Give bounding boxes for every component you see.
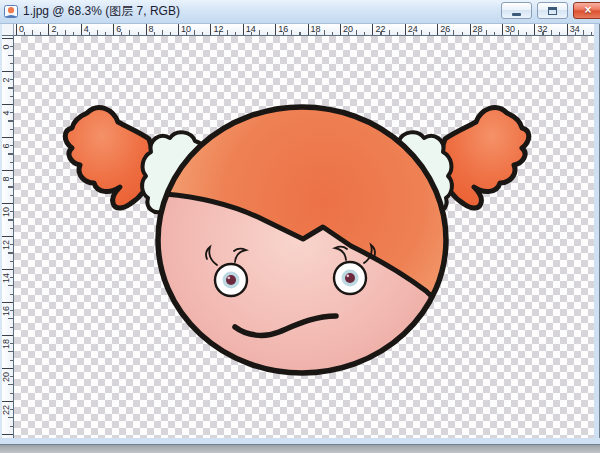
ruler-tick-label: 8 bbox=[149, 24, 154, 34]
ruler-tick-label: 2 bbox=[51, 24, 56, 34]
minimize-button[interactable] bbox=[501, 2, 532, 19]
vertical-ruler-tick: 24 bbox=[2, 434, 14, 435]
vertical-ruler-tick: 20 bbox=[2, 368, 14, 369]
titlebar[interactable]: 1.jpg @ 68.3% (图层 7, RGB) × bbox=[0, 0, 600, 24]
horizontal-ruler-tick: 32 bbox=[534, 24, 547, 36]
ruler-tick-label: 12 bbox=[213, 24, 223, 34]
horizontal-ruler-tick: 12 bbox=[210, 24, 223, 36]
horizontal-ruler-tick: 26 bbox=[437, 24, 450, 36]
horizontal-ruler-tick: 6 bbox=[113, 24, 121, 36]
ruler-tick-label: 10 bbox=[2, 204, 11, 220]
vertical-ruler-tick: 16 bbox=[2, 302, 14, 303]
vertical-ruler-tick: 14 bbox=[2, 269, 14, 270]
ruler-tick-label: 10 bbox=[181, 24, 191, 34]
vertical-ruler-tick: 18 bbox=[2, 335, 14, 336]
vertical-ruler-tick: 0 bbox=[2, 38, 14, 39]
horizontal-ruler[interactable]: 0 2 4 6 8 10 12 14 16 18 20 22 bbox=[14, 24, 594, 36]
close-icon: × bbox=[584, 3, 591, 18]
vertical-ruler-tick: 8 bbox=[2, 170, 14, 171]
ruler-tick-label: 22 bbox=[2, 402, 11, 418]
horizontal-ruler-tick: 20 bbox=[340, 24, 353, 36]
ruler-tick-label: 4 bbox=[84, 24, 89, 34]
ruler-tick-label: 30 bbox=[505, 24, 515, 34]
ruler-tick-label: 20 bbox=[343, 24, 353, 34]
minimize-icon bbox=[512, 13, 521, 16]
horizontal-ruler-tick: 18 bbox=[308, 24, 321, 36]
photoshop-document-window: 1.jpg @ 68.3% (图层 7, RGB) × 0 2 4 6 bbox=[0, 0, 600, 453]
ruler-tick-label: 18 bbox=[311, 24, 321, 34]
vertical-ruler-tick: 2 bbox=[2, 71, 14, 72]
horizontal-ruler-tick: 8 bbox=[146, 24, 154, 36]
ruler-tick-label: 14 bbox=[246, 24, 256, 34]
ruler-tick-label: 20 bbox=[2, 369, 11, 385]
close-button[interactable]: × bbox=[573, 2, 600, 19]
horizontal-ruler-tick: 24 bbox=[405, 24, 418, 36]
window-border-left bbox=[0, 24, 2, 438]
ruler-tick-label: 24 bbox=[408, 24, 418, 34]
ruler-origin-corner[interactable] bbox=[2, 24, 14, 36]
horizontal-ruler-tick: 22 bbox=[372, 24, 385, 36]
horizontal-ruler-tick: 16 bbox=[275, 24, 288, 36]
window-border-bottom bbox=[0, 438, 600, 445]
window-border-right bbox=[594, 24, 600, 445]
window-title: 1.jpg @ 68.3% (图层 7, RGB) bbox=[23, 3, 180, 20]
horizontal-ruler-tick: 14 bbox=[243, 24, 256, 36]
ruler-tick-label: 12 bbox=[2, 237, 11, 253]
document-thumbnail-icon bbox=[4, 4, 18, 19]
vertical-ruler-tick: 10 bbox=[2, 203, 14, 204]
ruler-tick-label: 2 bbox=[2, 72, 11, 88]
ruler-tick-label: 4 bbox=[2, 105, 11, 121]
vertical-ruler-tick: 22 bbox=[2, 401, 14, 402]
ruler-tick-label: 28 bbox=[473, 24, 483, 34]
window-controls: × bbox=[501, 2, 600, 19]
ruler-tick-label: 18 bbox=[2, 336, 11, 352]
ruler-tick-label: 32 bbox=[537, 24, 547, 34]
maximize-icon bbox=[548, 7, 557, 15]
ruler-tick-label: 6 bbox=[116, 24, 121, 34]
desktop-background bbox=[0, 445, 600, 453]
document-canvas[interactable] bbox=[14, 36, 594, 438]
vertical-ruler-tick: 4 bbox=[2, 104, 14, 105]
horizontal-ruler-tick: 10 bbox=[178, 24, 191, 36]
horizontal-ruler-tick: 34 bbox=[567, 24, 580, 36]
ruler-tick-label: 8 bbox=[2, 171, 11, 187]
horizontal-ruler-tick: 0 bbox=[16, 24, 24, 36]
ruler-tick-label: 6 bbox=[2, 138, 11, 154]
ruler-tick-label: 34 bbox=[570, 24, 580, 34]
ruler-tick-label: 0 bbox=[2, 39, 11, 55]
horizontal-ruler-tick: 28 bbox=[470, 24, 483, 36]
vertical-ruler[interactable]: 0 2 4 6 8 10 12 14 16 18 20 22 bbox=[2, 36, 14, 438]
artwork-svg bbox=[14, 36, 594, 438]
horizontal-ruler-tick: 2 bbox=[48, 24, 56, 36]
vertical-ruler-tick: 12 bbox=[2, 236, 14, 237]
vertical-ruler-tick: 6 bbox=[2, 137, 14, 138]
ruler-tick-label: 16 bbox=[2, 303, 11, 319]
maximize-button[interactable] bbox=[537, 2, 568, 19]
ruler-tick-label: 14 bbox=[2, 270, 11, 286]
ruler-tick-label: 26 bbox=[440, 24, 450, 34]
ruler-tick-label: 0 bbox=[19, 24, 24, 34]
ruler-tick-label: 22 bbox=[375, 24, 385, 34]
horizontal-ruler-tick: 4 bbox=[81, 24, 89, 36]
ruler-tick-label: 16 bbox=[278, 24, 288, 34]
horizontal-ruler-tick: 30 bbox=[502, 24, 515, 36]
